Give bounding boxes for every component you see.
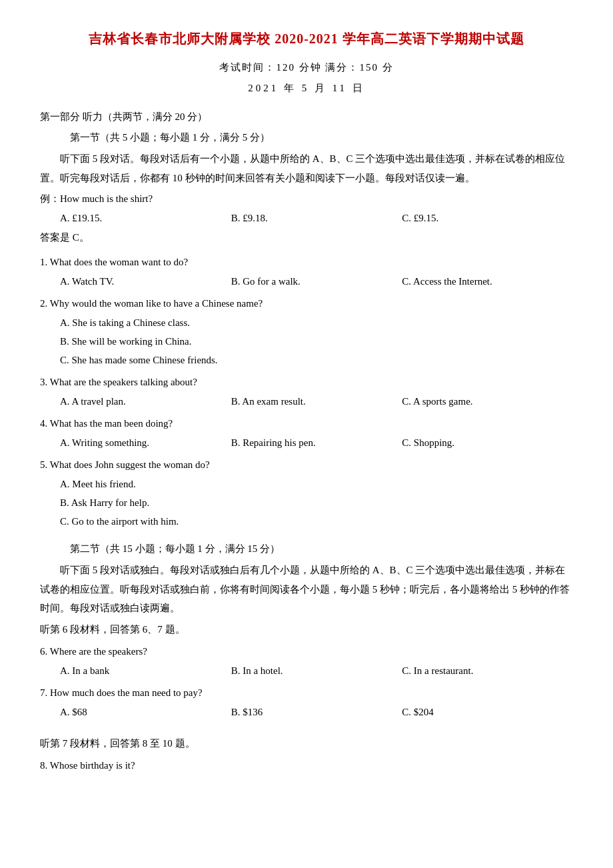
q7-option-b: B. $136 — [231, 703, 402, 721]
example-option-b: B. £9.18. — [231, 209, 402, 227]
q1-options: A. Watch TV. B. Go for a walk. C. Access… — [60, 273, 573, 291]
section2-label: 第二节（共 15 小题；每小题 1 分，满分 15 分） — [40, 540, 573, 558]
q2-text: 2. Why would the woman like to have a Ch… — [40, 295, 573, 313]
q1-option-a: A. Watch TV. — [60, 273, 231, 291]
section1-instruction: 听下面 5 段对话。每段对话后有一个小题，从题中所给的 A、B、C 三个选项中选… — [40, 149, 573, 187]
question-5: 5. What does John suggest the woman do? … — [40, 456, 573, 531]
question-3: 3. What are the speakers talking about? … — [40, 373, 573, 411]
q1-option-b: B. Go for a walk. — [231, 273, 402, 291]
page-title: 吉林省长春市北师大附属学校 2020-2021 学年高二英语下学期期中试题 — [40, 27, 573, 51]
q7-text: 7. How much does the man need to pay? — [40, 684, 573, 702]
question-8: 8. Whose birthday is it? — [40, 757, 573, 775]
q2-option-a: A. She is taking a Chinese class. — [60, 314, 573, 332]
q4-option-c: C. Shopping. — [402, 434, 573, 452]
subtitle: 考试时间：120 分钟 满分：150 分 — [40, 59, 573, 77]
example-option-a: A. £19.15. — [60, 209, 231, 227]
q4-options: A. Writing something. B. Repairing his p… — [60, 434, 573, 452]
q1-text: 1. What does the woman want to do? — [40, 253, 573, 271]
q4-option-b: B. Repairing his pen. — [231, 434, 402, 452]
q5-text: 5. What does John suggest the woman do? — [40, 456, 573, 474]
question-1: 1. What does the woman want to do? A. Wa… — [40, 253, 573, 291]
q3-text: 3. What are the speakers talking about? — [40, 373, 573, 391]
q6-option-c: C. In a restaurant. — [402, 662, 573, 680]
question-6: 6. Where are the speakers? A. In a bank … — [40, 643, 573, 680]
example-answer: 答案是 C。 — [40, 229, 573, 247]
q3-options: A. A travel plan. B. An exam result. C. … — [60, 393, 573, 411]
example-options: A. £19.15. B. £9.18. C. £9.15. — [60, 209, 573, 227]
group2-note: 听第 7 段材料，回答第 8 至 10 题。 — [40, 735, 573, 753]
q4-option-a: A. Writing something. — [60, 434, 231, 452]
question-4: 4. What has the man been doing? A. Writi… — [40, 415, 573, 452]
q7-option-a: A. $68 — [60, 703, 231, 721]
question-7: 7. How much does the man need to pay? A.… — [40, 684, 573, 721]
group1-note: 听第 6 段材料，回答第 6、7 题。 — [40, 621, 573, 639]
question-2: 2. Why would the woman like to have a Ch… — [40, 295, 573, 369]
q6-option-a: A. In a bank — [60, 662, 231, 680]
section2-instruction: 听下面 5 段对话或独白。每段对话或独白后有几个小题，从题中所给的 A、B、C … — [40, 561, 573, 618]
q5-option-a: A. Meet his friend. — [60, 475, 573, 493]
exam-date: 2021 年 5 月 11 日 — [40, 79, 573, 97]
part1-header: 第一部分 听力（共两节，满分 20 分） — [40, 108, 573, 126]
q4-text: 4. What has the man been doing? — [40, 415, 573, 433]
section1-label: 第一节（共 5 小题；每小题 1 分，满分 5 分） — [40, 129, 573, 147]
q3-option-c: C. A sports game. — [402, 393, 573, 411]
q6-text: 6. Where are the speakers? — [40, 643, 573, 661]
q7-option-c: C. $204 — [402, 703, 573, 721]
q2-option-c: C. She has made some Chinese friends. — [60, 351, 573, 369]
q6-option-b: B. In a hotel. — [231, 662, 402, 680]
q7-options: A. $68 B. $136 C. $204 — [60, 703, 573, 721]
q3-option-a: A. A travel plan. — [60, 393, 231, 411]
example-label: 例：How much is the shirt? — [40, 190, 573, 208]
q6-options: A. In a bank B. In a hotel. C. In a rest… — [60, 662, 573, 680]
q5-option-b: B. Ask Harry for help. — [60, 494, 573, 512]
q3-option-b: B. An exam result. — [231, 393, 402, 411]
q8-text: 8. Whose birthday is it? — [40, 757, 573, 775]
q5-option-c: C. Go to the airport with him. — [60, 513, 573, 531]
q2-option-b: B. She will be working in China. — [60, 333, 573, 351]
example-option-c: C. £9.15. — [402, 209, 573, 227]
q1-option-c: C. Access the Internet. — [402, 273, 573, 291]
